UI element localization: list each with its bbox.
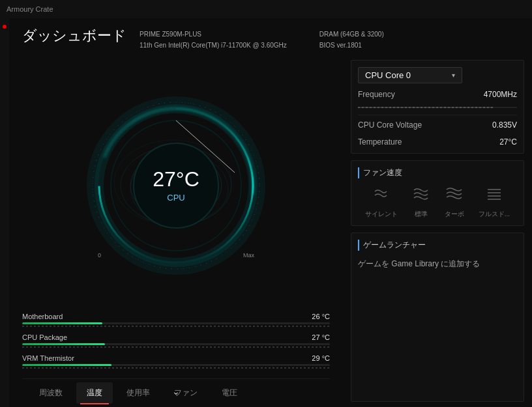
metric-bar-fill-vrm (22, 364, 111, 366)
header-specs-left: PRIME Z590M-PLUS 11th Gen Intel(R) Core(… (140, 29, 287, 51)
tab-voltage[interactable]: 電圧 (211, 382, 248, 404)
cpu-core-selector[interactable]: CPU Core 0 ▾ (358, 67, 462, 83)
metric-label-cpu-package: CPU Package (22, 333, 67, 341)
cpu-core-box: CPU Core 0 ▾ Frequency 4700MHz CPU Core … (351, 60, 524, 154)
game-launcher-section: ゲームランチャー ゲームを Game Library に追加する (351, 232, 524, 402)
voltage-row: CPU Core Voltage 0.835V (358, 120, 517, 133)
title-bar: Armoury Crate (0, 0, 532, 18)
metric-label-vrm: VRM Thermistor (22, 354, 74, 362)
sidebar-strip (0, 18, 9, 407)
tab-frequency[interactable]: 周波数 (29, 382, 73, 404)
frequency-label: Frequency (358, 90, 395, 99)
game-add-text: ゲームを Game Library に追加する (358, 259, 517, 270)
bottom-tabs: 周波数 温度 使用率 ファン 電圧 ⌄ (22, 378, 330, 407)
voltage-value: 0.835V (492, 120, 517, 130)
main-content: ダッシュボード PRIME Z590M-PLUS 11th Gen Intel(… (9, 18, 532, 407)
fan-turbo-icon (445, 186, 464, 206)
temp-value: 27°C (499, 137, 517, 147)
fan-option-standard[interactable]: 標準 (412, 186, 430, 219)
tab-temperature[interactable]: 温度 (76, 382, 113, 404)
fan-option-full[interactable]: フルスド... (479, 186, 510, 219)
gauge-minmax: 0 Max (78, 252, 274, 259)
frequency-value: 4700MHz (484, 90, 517, 99)
cpu-core-selector-label: CPU Core 0 (365, 70, 411, 80)
fan-option-silent[interactable]: サイレント (365, 186, 398, 219)
cpu-core-header: CPU Core 0 ▾ (358, 67, 517, 83)
fan-silent-label: サイレント (365, 210, 398, 219)
metric-value-cpu-package: 27 °C (312, 333, 330, 341)
metric-bar-fill-cpu-package (22, 343, 105, 345)
metric-row-motherboard: Motherboard 26 °C (22, 313, 330, 327)
header: ダッシュボード PRIME Z590M-PLUS 11th Gen Intel(… (9, 18, 532, 55)
header-specs-right: DRAM (64GB & 3200) BIOS ver.1801 (319, 29, 384, 51)
temp-label: Temperature (358, 137, 402, 147)
gauge-max: Max (243, 252, 254, 259)
frequency-progress-bar (358, 107, 517, 108)
fan-standard-icon (412, 186, 430, 206)
chevron-down-icon: ▾ (452, 72, 455, 79)
metrics-section: Motherboard 26 °C CPU Package 27 °C (22, 309, 330, 378)
metric-row-vrm: VRM Thermistor 29 °C (22, 354, 330, 369)
voltage-label: CPU Core Voltage (358, 120, 422, 130)
metric-label-motherboard: Motherboard (22, 313, 63, 320)
gauge-wrapper: 27°C CPU 0 Max (78, 94, 274, 277)
left-panel: 27°C CPU 0 Max Motherboard 26 °C (9, 55, 343, 407)
metric-bar-cpu-package (22, 343, 330, 345)
page-title: ダッシュボード (22, 26, 126, 46)
metric-value-vrm: 29 °C (312, 354, 330, 362)
fan-options: サイレント 標準 (358, 186, 517, 219)
tab-arrow-icon: ⌄ (172, 386, 180, 397)
fan-speed-section: ファン速度 サイレント (351, 160, 524, 226)
fan-speed-title: ファン速度 (358, 167, 517, 178)
right-panel: CPU Core 0 ▾ Frequency 4700MHz CPU Core … (343, 55, 532, 407)
fan-turbo-label: ターボ (445, 210, 464, 219)
frequency-row: Frequency 4700MHz (358, 90, 517, 103)
fan-option-turbo[interactable]: ターボ (445, 186, 464, 219)
metric-bar-fill-motherboard (22, 322, 102, 324)
gauge-center: 27°C CPU (153, 167, 200, 202)
temp-row: Temperature 27°C (358, 137, 517, 147)
metric-bar-motherboard (22, 322, 330, 324)
body-layout: 27°C CPU 0 Max Motherboard 26 °C (9, 55, 532, 407)
frequency-progress-fill (358, 107, 493, 108)
fan-silent-icon (372, 186, 391, 206)
gauge-temperature: 27°C (153, 167, 200, 191)
metric-bar-vrm (22, 364, 330, 366)
metric-row-cpu-package: CPU Package 27 °C (22, 333, 330, 348)
sidebar-dot (3, 25, 7, 29)
metric-value-motherboard: 26 °C (312, 313, 330, 320)
app-title: Armoury Crate (7, 5, 53, 13)
fan-full-icon (485, 186, 503, 206)
gauge-label: CPU (153, 192, 200, 202)
gauge-container: 27°C CPU 0 Max (22, 61, 330, 309)
game-launcher-title: ゲームランチャー (358, 240, 517, 251)
tab-usage[interactable]: 使用率 (116, 382, 160, 404)
tab-fan[interactable]: ファン (164, 382, 208, 404)
gauge-min: 0 (98, 252, 101, 259)
fan-full-label: フルスド... (479, 210, 510, 219)
fan-standard-label: 標準 (415, 210, 428, 219)
